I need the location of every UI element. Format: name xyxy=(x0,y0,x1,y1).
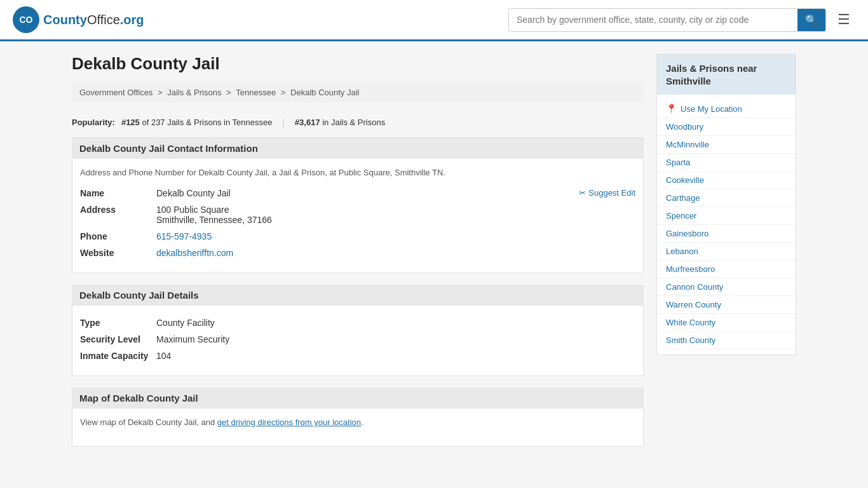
capacity-label: Inmate Capacity xyxy=(80,351,156,361)
main-container: Dekalb County Jail Government Offices > … xyxy=(59,41,809,471)
logo-icon: CO xyxy=(13,6,39,33)
name-label: Name xyxy=(80,188,156,198)
contact-section-body: Address and Phone Number for Dekalb Coun… xyxy=(72,159,644,273)
name-row: Name Dekalb County Jail ✂ Suggest Edit xyxy=(80,185,635,201)
sidebar-link-carthage[interactable]: Carthage xyxy=(657,189,796,207)
type-row: Type County Facility xyxy=(80,315,635,331)
type-value: County Facility xyxy=(156,318,215,328)
breadcrumb-link-tn[interactable]: Tennessee xyxy=(236,88,276,97)
svg-text:CO: CO xyxy=(20,15,33,25)
site-header: CO CountyOffice.org 🔍 ☰ xyxy=(0,0,868,41)
sidebar-link-smith-county[interactable]: Smith County xyxy=(657,332,796,349)
logo[interactable]: CO CountyOffice.org xyxy=(13,6,144,33)
address-value: 100 Public Square Smithville, Tennessee,… xyxy=(156,205,272,225)
contact-description: Address and Phone Number for Dekalb Coun… xyxy=(80,168,635,177)
website-link[interactable]: dekalbsherifftn.com xyxy=(156,248,233,258)
sidebar-link-woodbury[interactable]: Woodbury xyxy=(657,118,796,136)
security-row: Security Level Maximum Security xyxy=(80,331,635,348)
details-section-body: Type County Facility Security Level Maxi… xyxy=(72,306,644,376)
map-section-body: View map of Dekalb County Jail, and get … xyxy=(72,409,644,447)
popularity-bar: Popularity: #125 of 237 Jails & Prisons … xyxy=(72,111,644,138)
map-description: View map of Dekalb County Jail, and get … xyxy=(80,417,635,427)
contact-section-header: Dekalb County Jail Contact Information xyxy=(72,138,644,159)
driving-directions-link[interactable]: get driving directions from your locatio… xyxy=(217,417,361,427)
sidebar-link-gainesboro[interactable]: Gainesboro xyxy=(657,225,796,243)
sidebar-link-murfreesboro[interactable]: Murfreesboro xyxy=(657,261,796,278)
breadcrumb-link-current[interactable]: Dekalb County Jail xyxy=(290,88,359,97)
address-row: Address 100 Public Square Smithville, Te… xyxy=(80,201,635,228)
phone-link[interactable]: 615-597-4935 xyxy=(156,231,212,241)
page-title: Dekalb County Jail xyxy=(72,54,644,74)
sidebar-link-spencer[interactable]: Spencer xyxy=(657,207,796,225)
header-right: 🔍 ☰ xyxy=(508,8,855,32)
sidebar-link-cookeville[interactable]: Cookeville xyxy=(657,172,796,189)
details-info-table: Type County Facility Security Level Maxi… xyxy=(80,315,635,364)
menu-icon[interactable]: ☰ xyxy=(832,9,855,30)
sidebar-link-white-county[interactable]: White County xyxy=(657,314,796,332)
address-label: Address xyxy=(80,205,156,215)
sidebar-link-cannon-county[interactable]: Cannon County xyxy=(657,278,796,296)
sidebar: Jails & Prisons near Smithville 📍 Use My… xyxy=(656,54,796,458)
type-label: Type xyxy=(80,318,156,328)
search-bar: 🔍 xyxy=(508,8,826,32)
logo-text: CountyOffice.org xyxy=(43,13,144,27)
website-row: Website dekalbsherifftn.com xyxy=(80,245,635,261)
sidebar-link-sparta[interactable]: Sparta xyxy=(657,154,796,172)
breadcrumb-link-jails[interactable]: Jails & Prisons xyxy=(167,88,221,97)
pin-icon: 📍 xyxy=(666,104,677,114)
security-label: Security Level xyxy=(80,334,156,344)
sidebar-link-lebanon[interactable]: Lebanon xyxy=(657,243,796,261)
details-section: Dekalb County Jail Details Type County F… xyxy=(72,285,644,376)
search-button[interactable]: 🔍 xyxy=(797,9,825,31)
security-value: Maximum Security xyxy=(156,334,229,344)
popularity-label: Popularity: xyxy=(72,118,115,127)
phone-label: Phone xyxy=(80,231,156,241)
sidebar-link-warren-county[interactable]: Warren County xyxy=(657,296,796,314)
sidebar-link-mcminnville[interactable]: McMinnville xyxy=(657,136,796,154)
suggest-edit-link[interactable]: ✂ Suggest Edit xyxy=(579,188,635,198)
phone-row: Phone 615-597-4935 xyxy=(80,228,635,245)
map-section: Map of Dekalb County Jail View map of De… xyxy=(72,388,644,447)
map-section-header: Map of Dekalb County Jail xyxy=(72,388,644,409)
breadcrumb: Government Offices > Jails & Prisons > T… xyxy=(72,83,644,102)
contact-info-table: Name Dekalb County Jail ✂ Suggest Edit A… xyxy=(80,185,635,261)
search-input[interactable] xyxy=(509,10,797,30)
name-value: Dekalb County Jail xyxy=(156,188,231,198)
rank1: #125 of 237 Jails & Prisons in Tennessee xyxy=(121,118,273,127)
sidebar-card-header: Jails & Prisons near Smithville xyxy=(657,55,796,95)
website-label: Website xyxy=(80,248,156,258)
breadcrumb-link-gov[interactable]: Government Offices xyxy=(79,88,153,97)
capacity-row: Inmate Capacity 104 xyxy=(80,348,635,364)
website-value: dekalbsherifftn.com xyxy=(156,248,233,258)
details-section-header: Dekalb County Jail Details xyxy=(72,285,644,306)
sidebar-card-body: 📍 Use My Location Woodbury McMinnville S… xyxy=(657,95,796,355)
use-my-location-link[interactable]: 📍 Use My Location xyxy=(657,100,796,118)
suggest-edit-icon: ✂ xyxy=(579,188,586,198)
sidebar-card: Jails & Prisons near Smithville 📍 Use My… xyxy=(656,54,796,355)
content-area: Dekalb County Jail Government Offices > … xyxy=(72,54,644,458)
rank2: #3,617 in Jails & Prisons xyxy=(295,118,385,127)
contact-section: Dekalb County Jail Contact Information A… xyxy=(72,138,644,273)
capacity-value: 104 xyxy=(156,351,171,361)
phone-value: 615-597-4935 xyxy=(156,231,212,241)
